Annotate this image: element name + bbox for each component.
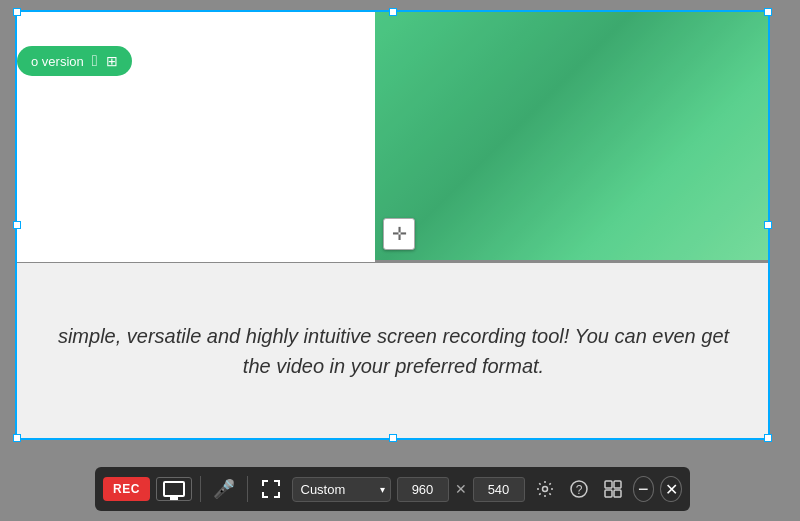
handle-bottom-left[interactable] [13, 434, 21, 442]
move-icon: ✛ [392, 223, 407, 245]
svg-rect-5 [605, 490, 612, 497]
microphone-button[interactable]: 🎤 [209, 476, 239, 502]
microphone-icon: 🎤 [213, 478, 235, 500]
monitor-icon [163, 481, 185, 497]
handle-middle-left[interactable] [13, 221, 21, 229]
close-button[interactable]: ✕ [660, 476, 682, 502]
grid-icon [603, 479, 623, 499]
handle-bottom-right[interactable] [764, 434, 772, 442]
resolution-dropdown[interactable]: Custom 1920x1080 1280x720 960x540 640x48… [292, 477, 391, 502]
svg-rect-4 [614, 481, 621, 488]
handle-top-center[interactable] [389, 8, 397, 16]
toolbar: REC 🎤 Custom 1920x1080 1280x720 960x540 … [95, 467, 690, 511]
svg-text:?: ? [575, 483, 582, 497]
height-input[interactable] [473, 477, 525, 502]
expand-button[interactable] [256, 478, 286, 500]
monitor-button[interactable] [156, 477, 192, 501]
svg-rect-6 [614, 490, 621, 497]
settings-button[interactable] [531, 477, 559, 501]
toolbar-divider-1 [200, 476, 201, 502]
handle-top-left[interactable] [13, 8, 21, 16]
close-icon: ✕ [665, 480, 678, 499]
move-cursor-icon[interactable]: ✛ [383, 218, 415, 250]
handle-bottom-center[interactable] [389, 434, 397, 442]
resolution-dropdown-wrapper[interactable]: Custom 1920x1080 1280x720 960x540 640x48… [292, 477, 391, 502]
settings-icon [535, 479, 555, 499]
svg-rect-3 [605, 481, 612, 488]
minimize-icon: − [638, 480, 649, 498]
help-button[interactable]: ? [565, 477, 593, 501]
toolbar-divider-2 [247, 476, 248, 502]
help-icon: ? [569, 479, 589, 499]
dimension-separator: ✕ [455, 481, 467, 497]
minimize-button[interactable]: − [633, 476, 655, 502]
expand-icon [262, 480, 280, 498]
rec-button[interactable]: REC [103, 477, 150, 501]
handle-top-right[interactable] [764, 8, 772, 16]
width-input[interactable] [397, 477, 449, 502]
grid-button[interactable] [599, 477, 627, 501]
handle-middle-right[interactable] [764, 221, 772, 229]
canvas-area: o version  ⊞ simple, versatile and high… [0, 0, 800, 450]
svg-point-0 [542, 487, 547, 492]
